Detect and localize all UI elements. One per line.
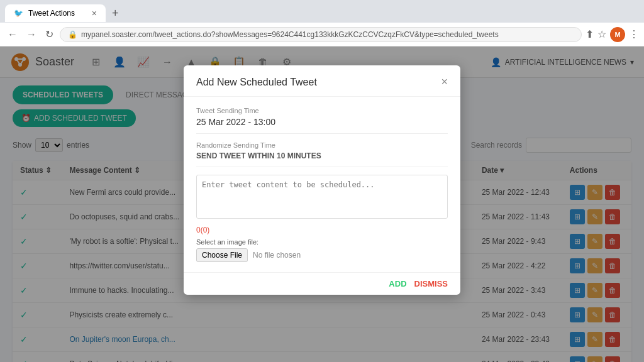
url-text: mypanel.soaster.com/tweet_actions.do?sho… — [81, 30, 499, 39]
modal-header: Add New Scheduled Tweet × — [184, 65, 460, 97]
randomize-value: SEND TWEET WITHIN 10 MINUTES — [196, 151, 448, 167]
char-count: 0(0) — [196, 226, 448, 234]
modal-title: Add New Scheduled Tweet — [196, 77, 317, 88]
browser-navbar: ← → ↻ 🔒 mypanel.soaster.com/tweet_action… — [0, 23, 644, 47]
forward-button[interactable]: → — [24, 28, 39, 41]
address-bar[interactable]: 🔒 mypanel.soaster.com/tweet_actions.do?s… — [60, 27, 582, 42]
randomize-label: Randomize Sending Time — [196, 141, 448, 149]
tab-favicon: 🐦 — [14, 9, 23, 18]
no-file-text: No file chosen — [253, 251, 301, 260]
tab-close-button[interactable]: × — [92, 8, 97, 18]
file-input-row: Choose File No file chosen — [196, 248, 448, 262]
tweet-time-label: Tweet Sending Time — [196, 107, 448, 114]
bookmark-button[interactable]: ☆ — [597, 28, 606, 40]
refresh-button[interactable]: ↻ — [43, 27, 56, 41]
modal-dismiss-button[interactable]: DISMISS — [414, 279, 448, 288]
modal-body: Tweet Sending Time 25 Mar 2022 - 13:00 R… — [184, 97, 460, 272]
modal-close-button[interactable]: × — [441, 75, 448, 89]
file-label: Select an image file: — [196, 238, 448, 246]
new-tab-button[interactable]: + — [108, 7, 123, 20]
share-button[interactable]: ⬆ — [586, 28, 594, 40]
app-content: Soaster ⊞ 👤 📈 → ▲ 🔒 📋 🗑 ⚙ 👤 ARTIFICIAL I… — [0, 47, 644, 362]
back-button[interactable]: ← — [5, 28, 20, 41]
tab-title: Tweet Actions — [28, 9, 87, 18]
modal-footer: ADD DISMISS — [184, 272, 460, 295]
tweet-content-input[interactable] — [196, 175, 448, 219]
menu-button[interactable]: ⋮ — [629, 28, 639, 40]
lock-icon: 🔒 — [68, 30, 77, 39]
choose-file-button[interactable]: Choose File — [196, 248, 248, 262]
add-tweet-modal: Add New Scheduled Tweet × Tweet Sending … — [184, 65, 460, 295]
modal-overlay: Add New Scheduled Tweet × Tweet Sending … — [0, 47, 644, 362]
tweet-time-value: 25 Mar 2022 - 13:00 — [196, 117, 448, 134]
nav-actions: ⬆ ☆ M ⋮ — [586, 27, 639, 42]
modal-add-button[interactable]: ADD — [389, 279, 406, 288]
user-avatar[interactable]: M — [610, 27, 625, 42]
browser-tab[interactable]: 🐦 Tweet Actions × — [5, 4, 106, 22]
